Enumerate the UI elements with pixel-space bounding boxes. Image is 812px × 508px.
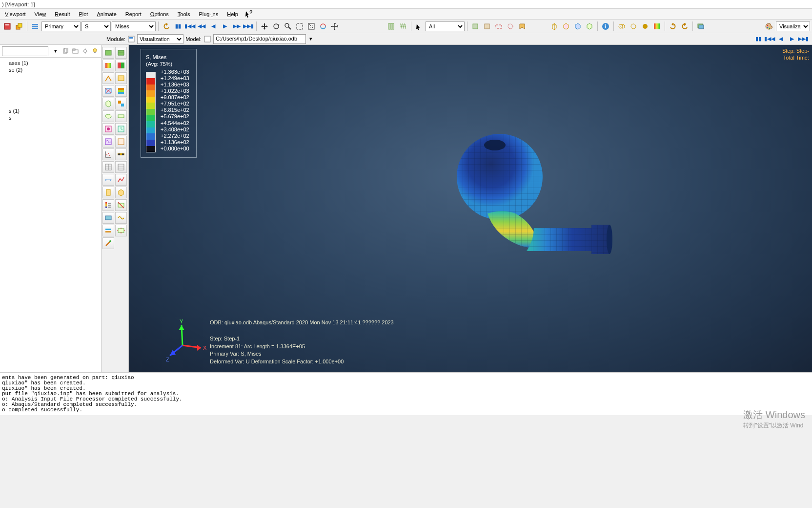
vt-overlay-icon[interactable] xyxy=(102,85,114,97)
menu-animate[interactable]: Animate xyxy=(93,10,120,18)
vt-path-plot-icon[interactable] xyxy=(115,174,127,186)
vt-anim-harm-icon[interactable] xyxy=(102,136,114,148)
anim-pause-icon[interactable]: ▮▮ xyxy=(753,35,763,43)
vt-extrude-icon[interactable] xyxy=(115,110,127,122)
spot1-icon[interactable] xyxy=(470,21,481,32)
tree-filter-select[interactable] xyxy=(2,46,48,56)
step-back-icon[interactable]: ◀ xyxy=(208,21,219,32)
prev-frame-icon[interactable]: ◀◀ xyxy=(196,21,207,32)
layers-icon[interactable] xyxy=(695,21,706,32)
redo-icon[interactable] xyxy=(668,21,678,32)
circ1-icon[interactable] xyxy=(616,21,627,32)
vt-view-cut-icon[interactable] xyxy=(115,199,127,211)
vt-ply-icon[interactable] xyxy=(115,85,127,97)
vt-odb-display-icon[interactable] xyxy=(102,212,114,224)
vt-anim-time-icon[interactable] xyxy=(115,123,127,135)
tree-settings-icon[interactable] xyxy=(81,47,89,56)
vis-select[interactable]: Visualizat xyxy=(776,21,810,31)
pause-icon[interactable]: ▮▮ xyxy=(173,21,183,32)
rotate-icon[interactable] xyxy=(271,21,282,32)
vt-contour-both-icon[interactable] xyxy=(115,60,127,71)
last-frame-icon[interactable]: ▶▶▮ xyxy=(243,21,254,32)
primary-select[interactable]: Primary xyxy=(41,21,81,31)
tree-node-se[interactable]: se (2) xyxy=(3,66,98,73)
variable-mises-select[interactable]: Mises xyxy=(112,21,156,31)
anim-fwd-icon[interactable]: ▶ xyxy=(787,35,797,43)
circ3-icon[interactable] xyxy=(640,21,650,32)
vt-xy-options-icon[interactable] xyxy=(115,148,127,160)
message-log[interactable]: ents have been generated on part: qiuxia… xyxy=(0,372,812,415)
menu-tools[interactable]: Tools xyxy=(174,10,194,18)
persp4-icon[interactable] xyxy=(584,21,595,32)
persp1-icon[interactable] xyxy=(549,21,560,32)
vt-common-icon[interactable] xyxy=(102,98,114,109)
context-help-icon[interactable]: ? xyxy=(245,10,253,18)
spot2-icon[interactable] xyxy=(482,21,492,32)
tree-node-s[interactable]: s xyxy=(3,114,98,121)
fit-icon[interactable] xyxy=(306,21,317,32)
menu-options[interactable]: Options xyxy=(146,10,173,18)
persp3-icon[interactable] xyxy=(572,21,583,32)
variable-s-select[interactable]: S xyxy=(81,21,111,31)
menu-viewport[interactable]: Viewport xyxy=(1,10,30,18)
vt-history-fields-icon[interactable] xyxy=(115,187,127,198)
vt-contour-legend-icon[interactable] xyxy=(102,199,114,211)
vt-freebody-icon[interactable] xyxy=(115,225,127,236)
region1-icon[interactable] xyxy=(493,21,504,32)
vt-deformed-icon[interactable] xyxy=(115,47,127,59)
tree-bulb-icon[interactable] xyxy=(90,47,99,56)
vt-material-icon[interactable] xyxy=(115,72,127,84)
undo-icon[interactable] xyxy=(161,21,172,32)
model-dropdown-icon[interactable]: ▾ xyxy=(308,36,314,42)
tb-field-icon[interactable] xyxy=(30,21,41,32)
menu-report[interactable]: Report xyxy=(122,10,145,18)
anim-back-icon[interactable]: ◀ xyxy=(776,35,786,43)
vt-probe-icon[interactable] xyxy=(102,237,114,249)
vt-result-table-icon[interactable] xyxy=(102,161,114,173)
region3-icon[interactable] xyxy=(517,21,528,32)
tree-nav-down-icon[interactable]: ▾ xyxy=(51,47,60,56)
tb-db-icon[interactable] xyxy=(2,21,13,32)
tb-stack-icon[interactable] xyxy=(14,21,24,32)
zoom-icon[interactable] xyxy=(283,21,293,32)
tree-node-ases[interactable]: ases (1) xyxy=(3,60,98,66)
pick-all-select[interactable]: All xyxy=(426,21,465,31)
cycle-icon[interactable] xyxy=(318,21,328,32)
vt-anim-scale-icon[interactable] xyxy=(102,123,114,135)
model-tree[interactable]: ases (1) se (2) s (1) s xyxy=(0,58,101,123)
first-frame-icon[interactable]: ▮◀◀ xyxy=(184,21,195,32)
graph-color-icon[interactable] xyxy=(651,21,662,32)
model-path[interactable]: C:/Users/hp1/Desktop/qiuxiao.odb xyxy=(213,34,306,44)
grid2-icon[interactable] xyxy=(398,21,408,32)
tree-open-icon[interactable] xyxy=(71,47,80,56)
vt-undeformed-icon[interactable] xyxy=(102,47,114,59)
region2-icon[interactable] xyxy=(505,21,516,32)
vt-xyplot-icon[interactable] xyxy=(102,148,114,160)
vt-field-table-icon[interactable] xyxy=(115,161,127,173)
vt-cuts-icon[interactable] xyxy=(102,225,114,236)
step-fwd-icon[interactable]: ▶ xyxy=(220,21,230,32)
module-select[interactable]: Visualization xyxy=(137,34,183,44)
vt-anim-options-icon[interactable] xyxy=(115,136,127,148)
vt-stream-icon[interactable] xyxy=(115,212,127,224)
grid1-icon[interactable] xyxy=(386,21,397,32)
vt-contour-icon[interactable] xyxy=(102,60,114,71)
anim-first-icon[interactable]: ▮◀◀ xyxy=(765,35,774,43)
expand-icon[interactable] xyxy=(329,21,340,32)
anim-last-icon[interactable]: ▶▶▮ xyxy=(798,35,808,43)
menu-plot[interactable]: Plot xyxy=(75,10,92,18)
vt-path-icon[interactable]: ⟼ xyxy=(102,174,114,186)
vt-symbol-icon[interactable] xyxy=(102,72,114,84)
pan-icon[interactable] xyxy=(259,21,270,32)
menu-help[interactable]: Help xyxy=(223,10,242,18)
vt-history-icon[interactable] xyxy=(102,187,114,198)
next-frame-icon[interactable]: ▶▶ xyxy=(231,21,242,32)
menu-result[interactable]: Result xyxy=(51,10,74,18)
circ2-icon[interactable] xyxy=(628,21,639,32)
redo2-icon[interactable] xyxy=(679,21,690,32)
tree-copy-icon[interactable] xyxy=(61,47,70,56)
persp2-icon[interactable] xyxy=(561,21,571,32)
menu-view[interactable]: View xyxy=(31,10,50,18)
viewport[interactable]: S, Mises (Avg: 75%) +1.363e+03+1.249e+03… xyxy=(129,45,812,372)
tree-node-s1[interactable]: s (1) xyxy=(3,107,98,114)
